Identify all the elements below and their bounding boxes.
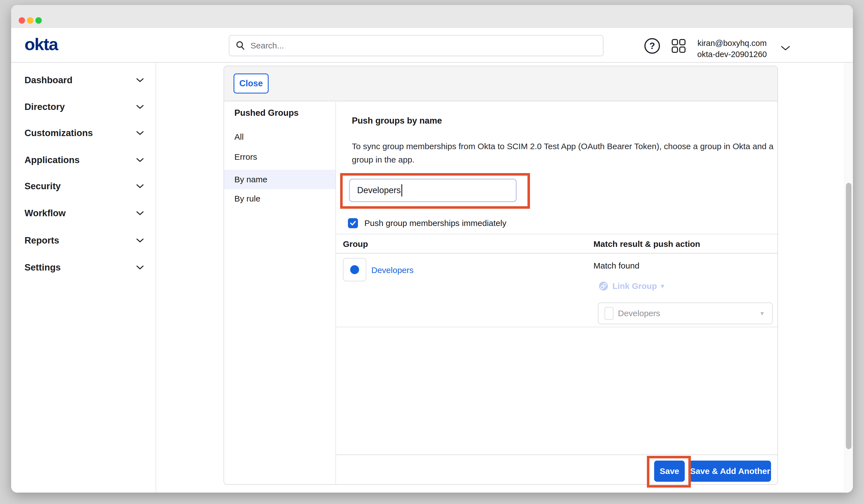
- group-name-link[interactable]: Developers: [371, 265, 413, 275]
- window-titlebar: [11, 5, 853, 28]
- footer-border: [336, 455, 778, 455]
- close-window-icon[interactable]: [19, 17, 25, 24]
- chevron-down-icon: [136, 78, 144, 82]
- sidebar-item-reports[interactable]: Reports: [24, 231, 144, 250]
- table-bottom-border: [336, 327, 778, 327]
- sidebar-item-workflow[interactable]: Workflow: [24, 203, 144, 223]
- group-avatar: [343, 258, 366, 281]
- chevron-down-icon: [136, 184, 144, 189]
- chevron-down-icon: [136, 265, 144, 270]
- group-name-input[interactable]: Developers: [349, 179, 517, 202]
- apps-grid-icon[interactable]: [671, 39, 686, 53]
- close-button[interactable]: Close: [233, 73, 268, 94]
- link-group-label: Link Group: [612, 281, 657, 291]
- okta-logo: okta: [24, 34, 58, 54]
- target-group-select[interactable]: Developers ▾: [598, 302, 773, 324]
- chevron-down-icon: [136, 105, 144, 109]
- chevron-down-icon: [136, 158, 144, 162]
- caret-down-icon: ▾: [760, 310, 764, 317]
- column-header-group: Group: [343, 239, 368, 249]
- sidebar-item-security[interactable]: Security: [24, 177, 144, 196]
- text-cursor: [401, 184, 402, 196]
- save-button[interactable]: Save: [654, 460, 685, 482]
- account-email: kiran@boxyhq.com: [685, 38, 779, 49]
- link-group-dropdown[interactable]: Link Group ▾: [598, 281, 664, 291]
- checkmark-icon: [349, 219, 357, 227]
- global-search[interactable]: [229, 35, 603, 56]
- scrollbar-thumb[interactable]: [846, 183, 851, 449]
- account-chevron-down-icon[interactable]: [780, 45, 791, 51]
- link-icon: [598, 281, 609, 291]
- account-org: okta-dev-20901260: [685, 49, 779, 60]
- target-group-value: Developers: [618, 309, 760, 318]
- minimize-window-icon[interactable]: [27, 17, 33, 24]
- save-add-another-button[interactable]: Save & Add Another: [689, 460, 771, 482]
- group-placeholder-icon: [604, 307, 613, 320]
- nav-item-errors[interactable]: Errors: [224, 147, 335, 167]
- pushed-groups-title: Pushed Groups: [235, 108, 299, 118]
- dialog-header: Close: [224, 66, 778, 101]
- sidebar: Dashboard Directory Customizations Appli…: [11, 63, 156, 493]
- chevron-down-icon: [136, 211, 144, 215]
- column-header-match: Match result & push action: [593, 239, 700, 249]
- sidebar-item-directory[interactable]: Directory: [24, 97, 144, 117]
- vertical-scrollbar[interactable]: [844, 63, 852, 492]
- pushed-groups-nav: Pushed Groups All Errors By name By rule: [224, 102, 336, 484]
- help-icon[interactable]: ?: [644, 38, 660, 54]
- sidebar-item-applications[interactable]: Applications: [24, 150, 144, 170]
- push-immediately-checkbox[interactable]: [348, 218, 358, 228]
- account-menu[interactable]: kiran@boxyhq.com okta-dev-20901260: [685, 38, 779, 60]
- app-header: okta ? kiran@boxyhq.com okta-dev-2090126…: [11, 28, 853, 63]
- match-status: Match found: [593, 261, 639, 271]
- browser-window: okta ? kiran@boxyhq.com okta-dev-2090126…: [11, 5, 853, 493]
- push-immediately-label[interactable]: Push group memberships immediately: [364, 218, 506, 228]
- group-ring-icon: [350, 265, 359, 274]
- push-groups-dialog: Close Pushed Groups All Errors By name B…: [224, 66, 778, 485]
- page-title: Push groups by name: [352, 116, 442, 126]
- nav-item-by-name[interactable]: By name: [224, 170, 335, 189]
- description-text: To sync group memberships from Okta to S…: [352, 140, 778, 166]
- zoom-window-icon[interactable]: [35, 17, 42, 24]
- sidebar-item-customizations[interactable]: Customizations: [24, 123, 144, 143]
- sidebar-item-settings[interactable]: Settings: [24, 258, 144, 277]
- search-input[interactable]: [246, 36, 603, 56]
- group-name-input-value: Developers: [357, 185, 401, 195]
- sidebar-item-dashboard[interactable]: Dashboard: [24, 70, 144, 90]
- nav-item-by-rule[interactable]: By rule: [224, 189, 335, 208]
- caret-down-icon: ▾: [661, 282, 664, 290]
- table-header-border: [336, 253, 778, 253]
- search-icon: [235, 40, 246, 51]
- nav-item-all[interactable]: All: [224, 127, 335, 147]
- table-top-border: [336, 234, 778, 234]
- chevron-down-icon: [136, 131, 144, 135]
- chevron-down-icon: [136, 238, 144, 243]
